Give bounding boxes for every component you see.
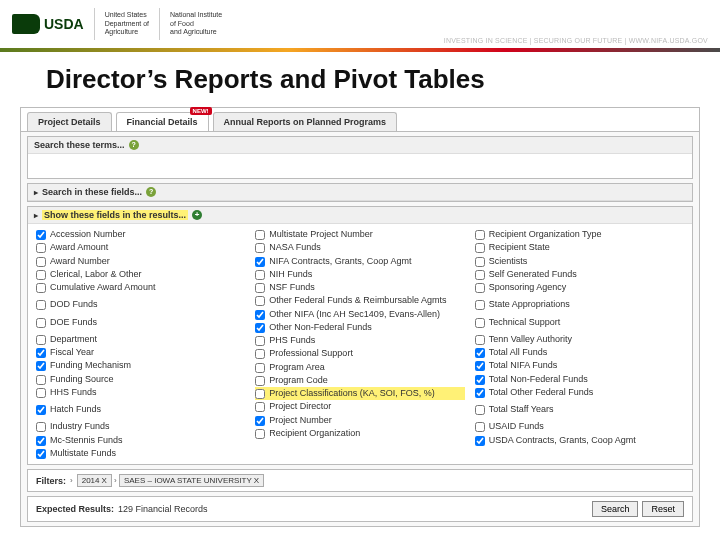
checkbox-input[interactable]	[255, 243, 265, 253]
checkbox-input[interactable]	[36, 348, 46, 358]
field-checkbox[interactable]: Accession Number	[36, 228, 245, 241]
field-checkbox[interactable]: Total All Funds	[475, 346, 684, 359]
checkbox-input[interactable]	[255, 416, 265, 426]
checkbox-input[interactable]	[36, 422, 46, 432]
checkbox-input[interactable]	[36, 375, 46, 385]
filter-chip[interactable]: 2014 X	[77, 474, 112, 487]
field-checkbox[interactable]: Other Non-Federal Funds	[255, 321, 464, 334]
field-checkbox[interactable]: Other Federal Funds & Reimbursable Agmts	[255, 294, 464, 307]
checkbox-input[interactable]	[475, 257, 485, 267]
field-checkbox[interactable]: USDA Contracts, Grants, Coop Agmt	[475, 434, 684, 447]
field-checkbox[interactable]: Other NIFA (Inc AH Sec1409, Evans-Allen)	[255, 308, 464, 321]
help-icon[interactable]: ?	[146, 187, 156, 197]
field-checkbox[interactable]: Cumulative Award Amount	[36, 281, 245, 294]
checkbox-input[interactable]	[36, 388, 46, 398]
field-checkbox[interactable]: Award Number	[36, 255, 245, 268]
checkbox-input[interactable]	[36, 243, 46, 253]
field-checkbox[interactable]: NASA Funds	[255, 241, 464, 254]
tab-financial-details[interactable]: Financial DetailsNEW!	[116, 112, 209, 131]
checkbox-input[interactable]	[36, 449, 46, 459]
field-checkbox[interactable]: Self Generated Funds	[475, 268, 684, 281]
expand-icon[interactable]: ▸	[34, 188, 38, 197]
field-checkbox[interactable]: USAID Funds	[475, 420, 684, 433]
checkbox-input[interactable]	[36, 257, 46, 267]
checkbox-input[interactable]	[36, 335, 46, 345]
search-button[interactable]: Search	[592, 501, 639, 517]
field-checkbox[interactable]: Program Area	[255, 361, 464, 374]
field-checkbox[interactable]: Award Amount	[36, 241, 245, 254]
search-fields-header[interactable]: ▸ Search in these fields... ?	[28, 184, 692, 201]
show-fields-header[interactable]: ▸ Show these fields in the results... +	[28, 207, 692, 224]
checkbox-input[interactable]	[475, 283, 485, 293]
field-checkbox[interactable]: Clerical, Labor & Other	[36, 268, 245, 281]
field-checkbox[interactable]: Project Director	[255, 400, 464, 413]
field-checkbox[interactable]: Department	[36, 333, 245, 346]
search-terms-body[interactable]	[28, 154, 692, 178]
checkbox-input[interactable]	[36, 283, 46, 293]
checkbox-input[interactable]	[255, 310, 265, 320]
field-checkbox[interactable]: Total Other Federal Funds	[475, 386, 684, 399]
tab-annual-reports-on-planned-programs[interactable]: Annual Reports on Planned Programs	[213, 112, 398, 131]
field-checkbox[interactable]: NIFA Contracts, Grants, Coop Agmt	[255, 255, 464, 268]
checkbox-input[interactable]	[36, 405, 46, 415]
field-checkbox[interactable]: Tenn Valley Authority	[475, 333, 684, 346]
checkbox-input[interactable]	[475, 335, 485, 345]
checkbox-input[interactable]	[475, 270, 485, 280]
checkbox-input[interactable]	[36, 230, 46, 240]
checkbox-input[interactable]	[475, 375, 485, 385]
checkbox-input[interactable]	[255, 296, 265, 306]
checkbox-input[interactable]	[475, 230, 485, 240]
tab-project-details[interactable]: Project Details	[27, 112, 112, 131]
checkbox-input[interactable]	[36, 436, 46, 446]
checkbox-input[interactable]	[255, 363, 265, 373]
checkbox-input[interactable]	[475, 388, 485, 398]
field-checkbox[interactable]: Industry Funds	[36, 420, 245, 433]
field-checkbox[interactable]: DOE Funds	[36, 316, 245, 329]
field-checkbox[interactable]: Multistate Funds	[36, 447, 245, 460]
checkbox-input[interactable]	[255, 257, 265, 267]
field-checkbox[interactable]: Total NIFA Funds	[475, 359, 684, 372]
close-icon[interactable]: X	[254, 476, 259, 485]
reset-button[interactable]: Reset	[642, 501, 684, 517]
checkbox-input[interactable]	[255, 336, 265, 346]
field-checkbox[interactable]: Funding Source	[36, 373, 245, 386]
field-checkbox[interactable]: NSF Funds	[255, 281, 464, 294]
field-checkbox[interactable]: PHS Funds	[255, 334, 464, 347]
field-checkbox[interactable]: Hatch Funds	[36, 403, 245, 416]
checkbox-input[interactable]	[475, 405, 485, 415]
checkbox-input[interactable]	[36, 361, 46, 371]
checkbox-input[interactable]	[255, 283, 265, 293]
field-checkbox[interactable]: HHS Funds	[36, 386, 245, 399]
checkbox-input[interactable]	[255, 376, 265, 386]
add-icon[interactable]: +	[192, 210, 202, 220]
checkbox-input[interactable]	[475, 436, 485, 446]
field-checkbox[interactable]: Scientists	[475, 255, 684, 268]
field-checkbox[interactable]: Recipient Organization Type	[475, 228, 684, 241]
field-checkbox[interactable]: State Appropriations	[475, 298, 684, 311]
field-checkbox[interactable]: Total Non-Federal Funds	[475, 373, 684, 386]
checkbox-input[interactable]	[475, 422, 485, 432]
field-checkbox[interactable]: Total Staff Years	[475, 403, 684, 416]
checkbox-input[interactable]	[475, 300, 485, 310]
field-checkbox[interactable]: Recipient State	[475, 241, 684, 254]
checkbox-input[interactable]	[36, 318, 46, 328]
checkbox-input[interactable]	[36, 270, 46, 280]
checkbox-input[interactable]	[255, 389, 265, 399]
field-checkbox[interactable]: Project Number	[255, 414, 464, 427]
checkbox-input[interactable]	[475, 243, 485, 253]
field-checkbox[interactable]: Sponsoring Agency	[475, 281, 684, 294]
checkbox-input[interactable]	[255, 402, 265, 412]
help-icon[interactable]: ?	[129, 140, 139, 150]
checkbox-input[interactable]	[36, 300, 46, 310]
filter-chip[interactable]: SAES – IOWA STATE UNIVERSITY X	[119, 474, 264, 487]
checkbox-input[interactable]	[475, 348, 485, 358]
checkbox-input[interactable]	[475, 361, 485, 371]
field-checkbox[interactable]: Technical Support	[475, 316, 684, 329]
field-checkbox[interactable]: Funding Mechanism	[36, 359, 245, 372]
checkbox-input[interactable]	[255, 323, 265, 333]
checkbox-input[interactable]	[255, 349, 265, 359]
checkbox-input[interactable]	[255, 270, 265, 280]
checkbox-input[interactable]	[255, 230, 265, 240]
field-checkbox[interactable]: Mc-Stennis Funds	[36, 434, 245, 447]
field-checkbox[interactable]: Fiscal Year	[36, 346, 245, 359]
